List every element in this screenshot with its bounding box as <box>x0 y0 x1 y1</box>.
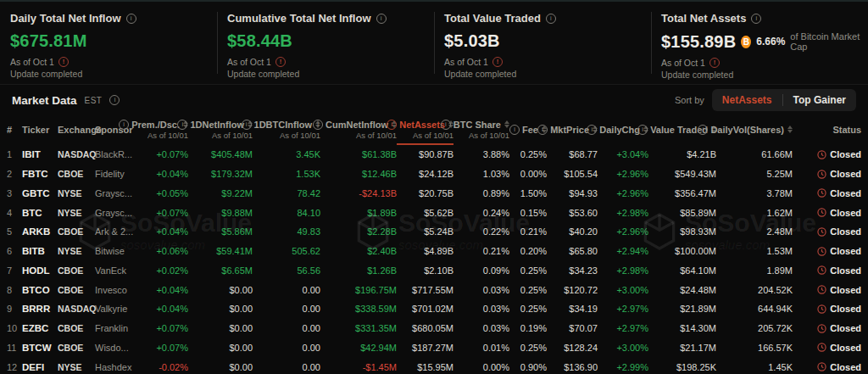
section-title: Market Data <box>12 94 77 107</box>
exchange-cell: NASDAQ <box>58 299 95 319</box>
clock-icon <box>817 343 826 352</box>
status-badge: Closed <box>830 304 861 314</box>
prem-cell: +0.04% <box>144 280 188 299</box>
ticker-cell[interactable]: GBTC <box>22 184 58 204</box>
inflow1d-cell: $0.00 <box>188 319 253 338</box>
column-header-dailyvol[interactable]: DailyVol(Shares) <box>716 115 793 144</box>
update-status: Update completed <box>444 69 644 79</box>
dailyvol-cell: 166.57K <box>716 338 793 358</box>
sort-option-netassets[interactable]: NetAssets <box>712 89 782 111</box>
info-icon[interactable] <box>441 120 451 130</box>
column-header-btcshare[interactable]: BTC ShareAs of 10/01 <box>453 115 509 144</box>
prem-cell: +0.07% <box>144 144 188 165</box>
alert-icon[interactable] <box>275 57 286 67</box>
netassets-cell: $5.62B <box>397 203 453 222</box>
exchange-cell: NYSE <box>58 242 95 261</box>
sort-option-top-gainer[interactable]: Top Gainer <box>783 89 856 111</box>
ticker-cell[interactable]: ARKB <box>22 222 58 242</box>
fee-cell: 0.25% <box>509 280 547 299</box>
status-badge: Closed <box>830 285 861 295</box>
column-label: 1DNetInflow <box>190 120 244 130</box>
alert-icon[interactable] <box>58 57 69 67</box>
column-label: Prem./Dsc. <box>131 120 180 130</box>
mktprice-cell: $70.07 <box>547 319 598 338</box>
ticker-cell[interactable]: BTC <box>22 203 58 222</box>
info-icon[interactable] <box>177 120 187 130</box>
btcshare-cell: 0.03% <box>453 319 509 338</box>
info-icon[interactable] <box>546 14 556 24</box>
ticker-cell[interactable]: BTCO <box>22 280 58 299</box>
mktprice-cell: $53.60 <box>547 203 598 222</box>
ticker-cell[interactable]: BTCW <box>22 338 58 358</box>
table-row: 4BTCNYSEGraysc...+0.07%$9.88M84.10$1.89B… <box>0 203 868 222</box>
card-title: Total Value Traded <box>444 12 541 25</box>
valuetraded-cell: $549.43M <box>648 165 716 184</box>
inflow1d-cell: $9.22M <box>188 184 253 204</box>
sponsor-cell: Fidelity <box>95 165 144 184</box>
info-icon[interactable] <box>698 125 708 135</box>
info-icon[interactable] <box>109 95 120 105</box>
info-icon[interactable] <box>587 125 597 135</box>
alert-icon[interactable] <box>709 58 720 68</box>
info-icon[interactable] <box>313 120 323 130</box>
sort-arrows-icon[interactable] <box>504 120 509 128</box>
dailyvol-cell: 1.53M <box>716 242 793 261</box>
fee-cell: 0.90% <box>509 357 547 374</box>
card-title: Total Net Assets <box>661 12 746 25</box>
ticker-cell[interactable]: BITB <box>22 242 58 261</box>
dailyvol-cell: 61.66M <box>716 144 793 165</box>
column-sublabel: As of 10/01 <box>397 131 453 140</box>
btcinflow1d-cell: 3.45K <box>253 144 320 165</box>
fee-cell: 0.25% <box>509 144 547 165</box>
ticker-cell[interactable]: HODL <box>22 261 58 281</box>
info-icon[interactable] <box>242 120 252 130</box>
info-icon[interactable] <box>119 120 129 130</box>
column-label: BTC Share <box>453 120 501 130</box>
info-icon[interactable] <box>751 14 761 24</box>
update-status: Update completed <box>10 69 210 79</box>
column-label: # <box>7 125 12 135</box>
inflow1d-cell: $405.48M <box>188 144 253 165</box>
column-header-cuminflow[interactable]: CumNetInflowAs of 10/01 <box>320 115 397 144</box>
clock-icon <box>817 285 826 294</box>
prem-cell: +0.05% <box>144 184 188 204</box>
clock-icon <box>817 247 826 256</box>
column-header-btcinflow1d[interactable]: 1DBTCInflowAs of 10/01 <box>253 115 320 144</box>
btcshare-cell: 1.03% <box>453 165 509 184</box>
valuetraded-cell: $14.30M <box>648 319 716 338</box>
info-icon[interactable] <box>509 125 520 135</box>
info-icon[interactable] <box>537 125 548 135</box>
inflow1d-cell: $6.65M <box>188 261 253 281</box>
status-badge: Closed <box>830 265 861 276</box>
ticker-cell[interactable]: BRRR <box>22 299 58 319</box>
alert-icon[interactable] <box>492 57 503 67</box>
cuminflow-cell: -$1.45M <box>320 357 397 374</box>
dailychg-cell: +2.97% <box>598 319 648 338</box>
status-cell: Closed <box>793 299 868 319</box>
ticker-cell[interactable]: DEFI <box>22 357 58 374</box>
netassets-cell: $5.24B <box>397 222 453 242</box>
cuminflow-cell: $12.46B <box>320 165 397 184</box>
info-icon[interactable] <box>637 125 648 135</box>
ticker-cell[interactable]: EZBC <box>22 319 58 338</box>
column-sublabel: As of 10/01 <box>144 131 188 140</box>
status-badge: Closed <box>830 362 861 372</box>
info-icon[interactable] <box>126 14 136 24</box>
ticker-cell[interactable]: IBIT <box>22 144 58 165</box>
dailychg-cell: +2.98% <box>598 261 648 281</box>
sponsor-cell: Franklin <box>95 319 144 338</box>
sort-arrows-icon[interactable] <box>787 126 793 133</box>
cuminflow-cell: $2.40B <box>320 242 397 261</box>
table-row: 6BITBNYSEBitwise+0.06%$59.41M505.62$2.40… <box>0 242 868 261</box>
dailyvol-cell: 644.94K <box>716 299 793 319</box>
info-icon[interactable] <box>387 120 397 130</box>
sponsor-cell: VanEck <box>95 261 144 281</box>
valuetraded-cell: $21.17M <box>648 338 716 358</box>
ticker-cell[interactable]: FBTC <box>22 165 58 184</box>
table-row: 2FBTCCBOEFidelity+0.04%$179.32M1.53K$12.… <box>0 165 868 184</box>
info-icon[interactable] <box>376 14 387 24</box>
clock-icon <box>817 150 826 159</box>
btc-marketcap-label: of Bitcoin Market Cap <box>790 31 861 52</box>
column-sublabel: As of 10/01 <box>253 131 320 140</box>
clock-icon <box>817 265 826 275</box>
